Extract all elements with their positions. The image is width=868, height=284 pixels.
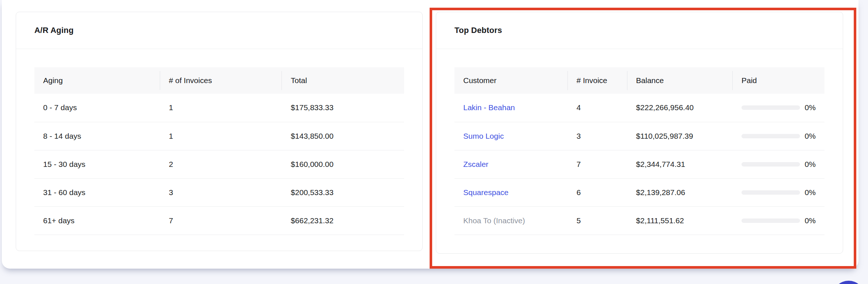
paid-cell: 0%: [741, 132, 816, 141]
top-debtors-card-header: Top Debtors: [436, 12, 843, 49]
invoice-count: 6: [568, 178, 627, 206]
balance-amount: $2,139,287.06: [627, 178, 733, 206]
ar-aging-table: Aging # of Invoices Total 0 - 7 days 1 $…: [34, 67, 404, 235]
aging-bucket: 61+ days: [34, 206, 160, 235]
ar-aging-title: A/R Aging: [34, 26, 73, 35]
total-amount: $143,850.00: [282, 122, 404, 150]
total-amount: $175,833.33: [282, 94, 404, 122]
table-row: 61+ days 7 $662,231.32: [34, 206, 404, 235]
paid-progress-bar: [741, 105, 800, 110]
ar-aging-card: A/R Aging Aging # of Invoices Total 0 - …: [16, 12, 423, 251]
aging-bucket: 15 - 30 days: [34, 150, 160, 178]
paid-percent-label: 0%: [805, 103, 816, 112]
invoice-count: 2: [160, 150, 282, 178]
paid-percent-label: 0%: [805, 160, 816, 169]
table-row: Khoa To (Inactive) 5 $2,111,551.62 0%: [454, 206, 824, 235]
invoice-count: 7: [160, 206, 282, 235]
balance-amount: $2,344,774.31: [627, 150, 733, 178]
invoice-count: 1: [160, 122, 282, 150]
table-row: Zscaler 7 $2,344,774.31 0%: [454, 150, 824, 178]
paid-percent-label: 0%: [805, 132, 816, 141]
column-header-customer: Customer: [454, 67, 568, 94]
top-debtors-table: Customer # Invoice Balance Paid Lakin - …: [454, 67, 824, 235]
table-row: 15 - 30 days 2 $160,000.00: [34, 150, 404, 178]
customer-link[interactable]: Lakin - Beahan: [463, 103, 515, 112]
customer-name-inactive: Khoa To (Inactive): [463, 216, 525, 225]
table-row: 31 - 60 days 3 $200,533.33: [34, 178, 404, 206]
ar-aging-card-header: A/R Aging: [16, 12, 422, 49]
top-debtors-card-body: Customer # Invoice Balance Paid Lakin - …: [436, 49, 843, 235]
balance-amount: $110,025,987.39: [627, 122, 733, 150]
table-row: Sumo Logic 3 $110,025,987.39 0%: [454, 122, 824, 150]
total-amount: $662,231.32: [282, 206, 404, 235]
aging-bucket: 8 - 14 days: [34, 122, 160, 150]
invoice-count: 1: [160, 94, 282, 122]
ar-aging-card-body: Aging # of Invoices Total 0 - 7 days 1 $…: [16, 49, 422, 235]
floating-action-button[interactable]: [833, 281, 865, 284]
invoice-count: 5: [568, 206, 627, 235]
invoice-count: 7: [568, 150, 627, 178]
paid-percent-label: 0%: [805, 188, 816, 197]
paid-progress-bar: [741, 218, 800, 223]
paid-cell: 0%: [741, 188, 816, 197]
invoice-count: 3: [160, 178, 282, 206]
paid-cell: 0%: [741, 160, 816, 169]
aging-bucket: 0 - 7 days: [34, 94, 160, 122]
invoice-count: 4: [568, 94, 627, 122]
paid-cell: 0%: [741, 103, 816, 112]
paid-progress-bar: [741, 190, 800, 195]
paid-percent-label: 0%: [805, 216, 816, 225]
aging-bucket: 31 - 60 days: [34, 178, 160, 206]
customer-link[interactable]: Sumo Logic: [463, 132, 504, 140]
paid-progress-bar: [741, 134, 800, 138]
balance-amount: $2,111,551.62: [627, 206, 733, 235]
column-header-balance: Balance: [627, 67, 733, 94]
column-header-total: Total: [282, 67, 404, 94]
total-amount: $200,533.33: [282, 178, 404, 206]
invoice-count: 3: [568, 122, 627, 150]
column-header-paid: Paid: [733, 67, 824, 94]
customer-link[interactable]: Zscaler: [463, 160, 488, 168]
table-row: Lakin - Beahan 4 $222,266,956.40 0%: [454, 94, 824, 122]
top-debtors-title: Top Debtors: [454, 26, 502, 35]
ar-aging-header-row: Aging # of Invoices Total: [34, 67, 404, 94]
paid-cell: 0%: [741, 216, 816, 225]
balance-amount: $222,266,956.40: [627, 94, 733, 122]
total-amount: $160,000.00: [282, 150, 404, 178]
table-row: 8 - 14 days 1 $143,850.00: [34, 122, 404, 150]
top-debtors-header-row: Customer # Invoice Balance Paid: [454, 67, 824, 94]
column-header-invoices: # of Invoices: [160, 67, 282, 94]
column-header-invoice: # Invoice: [568, 67, 627, 94]
paid-progress-bar: [741, 162, 800, 167]
table-row: 0 - 7 days 1 $175,833.33: [34, 94, 404, 122]
column-header-aging: Aging: [34, 67, 160, 94]
table-row: Squarespace 6 $2,139,287.06 0%: [454, 178, 824, 206]
customer-link[interactable]: Squarespace: [463, 188, 509, 197]
top-debtors-card: Top Debtors Customer # Invoice Balance P…: [436, 12, 843, 254]
